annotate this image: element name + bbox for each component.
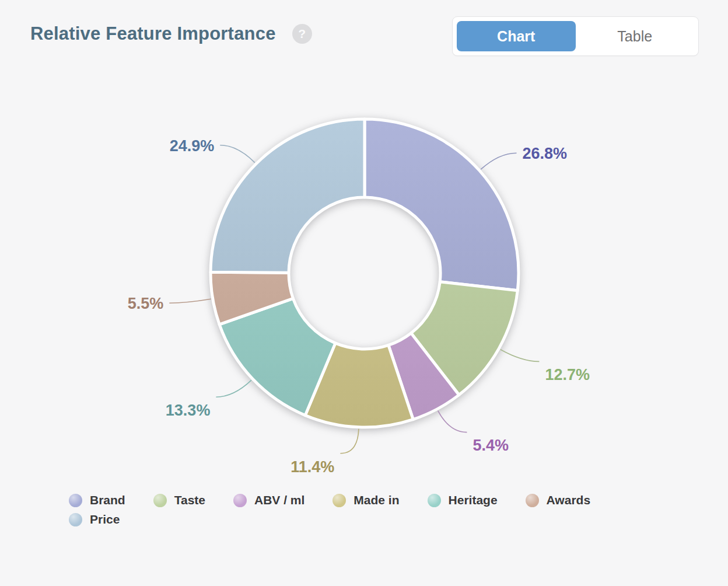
- legend-label: Heritage: [449, 493, 498, 507]
- value-label-taste: 12.7%: [545, 366, 590, 383]
- value-label-brand: 26.8%: [523, 145, 568, 162]
- slice-brand[interactable]: [365, 119, 519, 291]
- legend-dot-icon: [526, 494, 539, 507]
- legend-label: Awards: [547, 493, 590, 507]
- legend-label: Brand: [90, 493, 125, 507]
- legend-dot-icon: [69, 513, 82, 526]
- legend-item-price[interactable]: Price: [69, 512, 120, 526]
- legend-label: Price: [90, 512, 120, 526]
- leader-line-abv-ml: [438, 411, 467, 432]
- leader-line-brand: [481, 153, 516, 169]
- view-toggle: Chart Table: [452, 16, 699, 56]
- legend-label: ABV / ml: [254, 493, 304, 507]
- feature-importance-panel: Relative Feature Importance ? Chart Tabl…: [0, 0, 728, 586]
- table-view-button[interactable]: Table: [576, 21, 695, 51]
- legend-item-taste[interactable]: Taste: [153, 493, 205, 507]
- legend-item-heritage[interactable]: Heritage: [428, 493, 498, 507]
- leader-line-awards: [169, 299, 211, 303]
- leader-line-heritage: [216, 380, 251, 397]
- legend-item-made-in[interactable]: Made in: [332, 493, 399, 507]
- value-label-heritage: 13.3%: [166, 402, 211, 419]
- help-icon[interactable]: ?: [292, 24, 312, 44]
- value-label-made-in: 11.4%: [290, 458, 334, 476]
- legend-dot-icon: [428, 494, 441, 507]
- legend-dot-icon: [69, 494, 82, 507]
- legend-label: Made in: [354, 493, 399, 507]
- leader-line-price: [220, 145, 255, 163]
- page-title: Relative Feature Importance: [30, 23, 276, 44]
- leader-line-taste: [501, 350, 540, 362]
- value-label-awards: 5.5%: [128, 295, 164, 312]
- slice-price[interactable]: [211, 119, 365, 273]
- panel-header: Relative Feature Importance ?: [30, 23, 312, 44]
- legend-label: Taste: [174, 493, 205, 507]
- chart-view-button[interactable]: Chart: [457, 21, 576, 51]
- legend-item-brand[interactable]: Brand: [69, 493, 125, 507]
- legend-dot-icon: [332, 494, 346, 507]
- legend-item-abv-ml[interactable]: ABV / ml: [233, 493, 304, 507]
- value-label-abv-ml: 5.4%: [473, 437, 509, 454]
- chart-legend: BrandTasteABV / mlMade inHeritageAwardsP…: [0, 493, 728, 526]
- legend-dot-icon: [153, 494, 167, 507]
- leader-line-made-in: [340, 429, 359, 454]
- legend-dot-icon: [233, 494, 247, 507]
- value-label-price: 24.9%: [170, 137, 215, 155]
- legend-item-awards[interactable]: Awards: [526, 493, 590, 507]
